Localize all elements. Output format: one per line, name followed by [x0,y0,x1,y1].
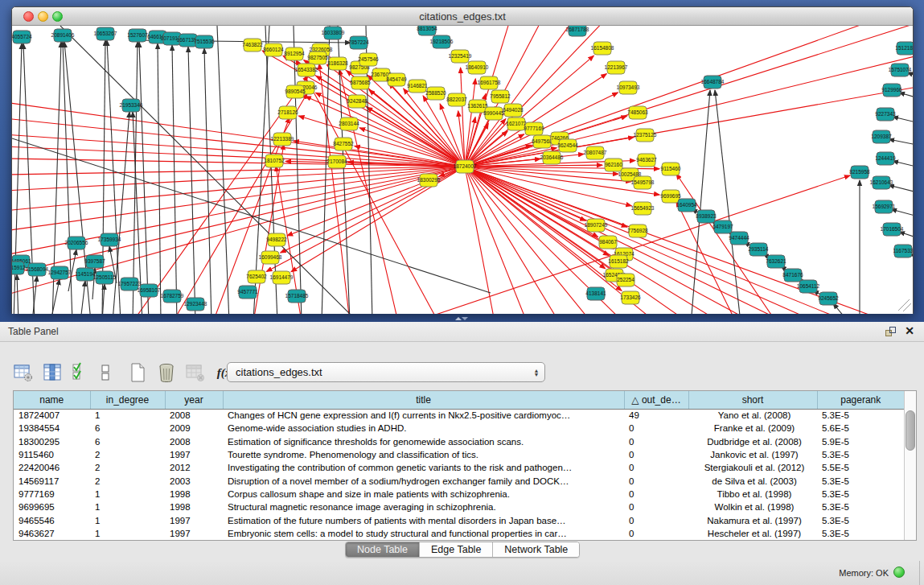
graph-node[interactable]: 6494028 [503,104,524,117]
graph-node[interactable]: 12213389 [271,133,294,146]
graph-node[interactable]: 1640954 [676,199,697,212]
graph-node[interactable]: 10653267 [94,27,117,40]
graph-node[interactable]: 7515536 [194,35,215,48]
graph-node[interactable]: 6497568 [532,135,552,148]
graph-node[interactable]: 16958107 [138,284,161,297]
graph-node[interactable]: 8215958 [849,166,870,179]
graph-node[interactable]: 12505115 [93,271,117,284]
graph-node[interactable]: 9457771 [237,286,258,299]
graph-node[interactable]: 6479197 [713,220,733,233]
show-column-button[interactable] [40,360,64,385]
graph-node[interactable]: 16648784 [701,76,725,89]
graph-node[interactable]: 3624544 [557,139,578,152]
graph-node[interactable]: 20807487 [584,146,607,159]
graph-node[interactable]: 15692971 [873,200,896,213]
graph-node[interactable]: 9245652 [818,292,839,305]
graph-node[interactable]: 9146821 [407,80,428,93]
table-row[interactable]: 1872400712008Changes of HCN gene express… [14,409,904,422]
graph-node[interactable]: 2588520 [425,87,446,100]
graph-node[interactable]: 2935114 [749,243,769,256]
graph-node[interactable]: 15718485 [285,290,309,303]
graph-node[interactable]: 16782759 [161,290,184,303]
column-header-title[interactable]: title [223,391,624,409]
graph-node[interactable]: 7632621 [766,255,786,268]
table-row[interactable]: 1456911722003Disruption of a novel membe… [14,474,904,487]
graph-node[interactable]: 18300295 [417,174,441,187]
tab-network-table[interactable]: Network Table [493,542,579,557]
graph-node[interactable]: 10973493 [617,81,640,94]
graph-node[interactable]: 8454749 [386,73,407,86]
table-row[interactable]: 946554611997Estimation of the future num… [14,513,904,526]
graph-node[interactable]: 9498222 [266,233,287,246]
float-window-icon[interactable] [885,326,897,338]
graph-node[interactable]: 9474444 [729,232,749,245]
graph-node[interactable]: 20891406 [51,29,75,42]
graph-node[interactable]: 12375125 [634,129,657,142]
graph-node[interactable]: 18724007 [454,160,477,173]
graph-node[interactable]: 9463627 [636,154,657,167]
graph-node[interactable]: 984067 [599,236,617,249]
column-header-out_degree[interactable]: △ out_de… [624,391,688,409]
graph-node[interactable]: 2803144 [339,117,359,130]
graph-node[interactable]: 4138141 [585,287,606,300]
graph-node[interactable]: 17016504 [881,223,904,236]
network-canvas[interactable]: 7463822866012489129542322605898275051654… [12,26,913,314]
delete-table-button[interactable] [183,360,207,385]
graph-node[interactable]: 16210643 [870,176,893,189]
graph-node[interactable]: 17359934 [98,233,121,246]
graph-node[interactable]: 8938923 [696,210,717,223]
table-row[interactable]: 1830029562008Estimation of significance … [14,435,904,448]
graph-node[interactable]: 16543382 [295,64,318,76]
panel-close-icon[interactable]: ✕ [905,324,914,337]
graph-node[interactable]: 20364486 [540,151,564,164]
graph-node[interactable]: 19218506 [430,35,454,48]
graph-node[interactable]: 15751074 [889,64,912,76]
graph-node[interactable]: 1167533 [893,245,913,257]
graph-node[interactable]: 9890545 [285,85,306,98]
unselect-all-button[interactable] [98,360,114,385]
graph-node[interactable]: 8660124 [263,43,284,56]
graph-node[interactable]: 26871788 [566,26,589,36]
graph-node[interactable]: 1810752 [264,154,285,167]
graph-node[interactable]: 15654923 [631,202,655,215]
tab-node-table[interactable]: Node Table [346,542,420,557]
graph-node[interactable]: 1733426 [620,291,641,304]
graph-node[interactable]: 7955812 [490,90,511,103]
table-row[interactable]: 946362711997Embryonic stem cells: a mode… [14,527,904,540]
graph-node[interactable]: 11568094 [26,263,49,276]
column-header-year[interactable]: year [165,391,223,409]
table-row[interactable]: 977716911998Corpus callosum shape and si… [14,488,904,501]
column-header-pagerank[interactable]: pagerank [817,391,904,409]
delete-column-button[interactable] [154,360,179,385]
graph-node[interactable]: 15495798 [631,176,655,189]
table-row[interactable]: 2242004622012Investigating the contribut… [14,461,904,474]
graph-node[interactable]: 10654112 [797,280,820,293]
graph-node[interactable]: 2457546 [358,53,379,66]
network-window-titlebar[interactable]: citations_edges.txt [12,7,913,26]
tab-edge-table[interactable]: Edge Table [420,542,493,557]
table-mode-button[interactable] [11,360,35,385]
column-header-name[interactable]: name [14,391,90,409]
graph-node[interactable]: 16961758 [478,76,501,89]
graph-node[interactable]: 8471676 [782,269,803,282]
graph-node[interactable]: 7857224 [348,36,369,49]
graph-node[interactable]: 5875685 [350,76,371,89]
graph-node[interactable]: 16099468 [259,251,282,264]
new-column-button[interactable] [125,360,150,385]
table-row[interactable]: 969969511998Structural magnetic resonanc… [14,501,904,513]
graph-node[interactable]: 1244419 [875,152,896,165]
table-selector-combobox[interactable]: citations_edges.txt ▲▼ [227,362,545,382]
graph-node[interactable]: 1615182 [608,255,629,268]
graph-node[interactable]: 12213967 [605,61,628,74]
graph-node[interactable]: 7625402 [246,270,267,283]
graph-node[interactable]: 9115460 [661,163,681,175]
graph-node[interactable]: 9242848 [347,95,368,108]
graph-node[interactable]: 1512184 [895,42,913,55]
window-resize-grip[interactable] [898,299,911,311]
graph-node[interactable]: 8822037 [446,93,467,106]
graph-node[interactable]: 9777169 [524,122,544,135]
graph-node[interactable]: 7756928 [627,225,648,237]
graph-node[interactable]: 2170084 [326,155,347,168]
graph-node[interactable]: 8427552 [333,138,354,150]
graph-node[interactable]: 4055724 [12,31,32,43]
